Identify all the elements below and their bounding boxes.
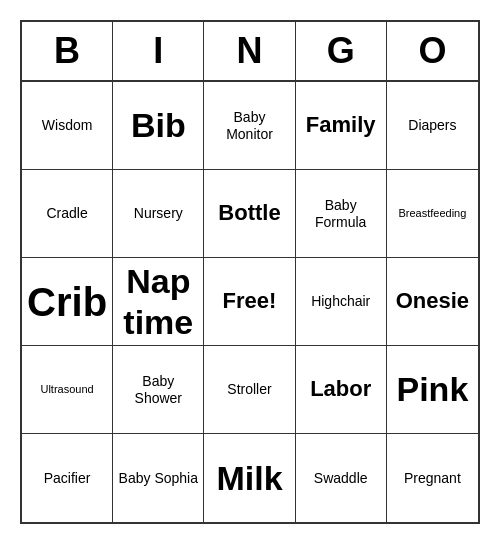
bingo-cell: Nap time bbox=[113, 258, 204, 346]
bingo-card: BINGO WisdomBibBaby MonitorFamilyDiapers… bbox=[20, 20, 480, 524]
bingo-cell: Highchair bbox=[296, 258, 387, 346]
header-letter: G bbox=[296, 22, 387, 80]
bingo-cell: Baby Monitor bbox=[204, 82, 295, 170]
bingo-cell: Baby Formula bbox=[296, 170, 387, 258]
bingo-cell: Nursery bbox=[113, 170, 204, 258]
bingo-cell: Bib bbox=[113, 82, 204, 170]
bingo-cell: Bottle bbox=[204, 170, 295, 258]
bingo-cell: Family bbox=[296, 82, 387, 170]
bingo-grid: WisdomBibBaby MonitorFamilyDiapersCradle… bbox=[22, 82, 478, 522]
header-letter: B bbox=[22, 22, 113, 80]
bingo-cell: Breastfeeding bbox=[387, 170, 478, 258]
bingo-cell: Pregnant bbox=[387, 434, 478, 522]
bingo-header: BINGO bbox=[22, 22, 478, 82]
header-letter: O bbox=[387, 22, 478, 80]
bingo-cell: Pacifier bbox=[22, 434, 113, 522]
bingo-cell: Onesie bbox=[387, 258, 478, 346]
bingo-cell: Swaddle bbox=[296, 434, 387, 522]
bingo-cell: Milk bbox=[204, 434, 295, 522]
bingo-cell: Cradle bbox=[22, 170, 113, 258]
bingo-cell: Labor bbox=[296, 346, 387, 434]
bingo-cell: Stroller bbox=[204, 346, 295, 434]
header-letter: N bbox=[204, 22, 295, 80]
bingo-cell: Free! bbox=[204, 258, 295, 346]
bingo-cell: Crib bbox=[22, 258, 113, 346]
bingo-cell: Baby Shower bbox=[113, 346, 204, 434]
bingo-cell: Baby Sophia bbox=[113, 434, 204, 522]
bingo-cell: Wisdom bbox=[22, 82, 113, 170]
bingo-cell: Ultrasound bbox=[22, 346, 113, 434]
bingo-cell: Pink bbox=[387, 346, 478, 434]
bingo-cell: Diapers bbox=[387, 82, 478, 170]
header-letter: I bbox=[113, 22, 204, 80]
